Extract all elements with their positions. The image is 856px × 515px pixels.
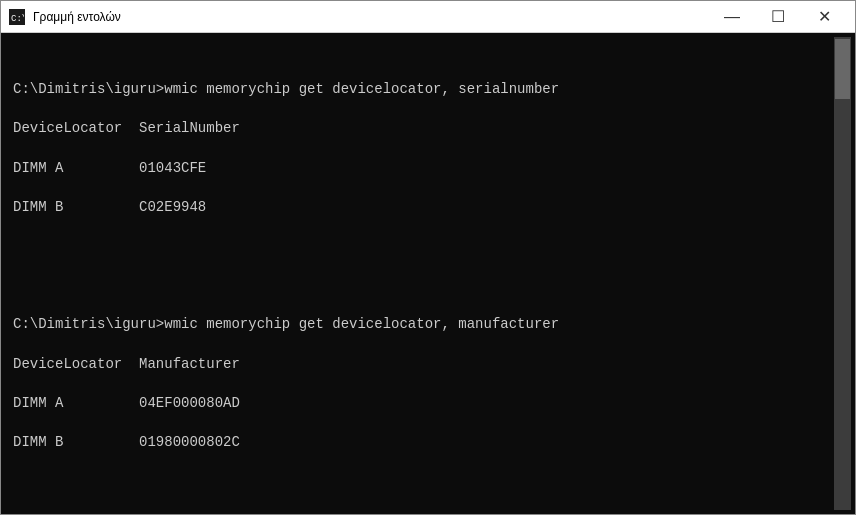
scrollbar[interactable] — [834, 37, 851, 510]
cmd-window: C:\ Γραμμή εντολών — ☐ ✕ C:\Dimitris\igu… — [0, 0, 856, 515]
title-bar-left: C:\ Γραμμή εντολών — [9, 9, 121, 25]
console-line — [13, 472, 826, 492]
console-output: C:\Dimitris\iguru>wmic memorychip get de… — [5, 37, 834, 510]
title-bar: C:\ Γραμμή εντολών — ☐ ✕ — [1, 1, 855, 33]
cmd-icon: C:\ — [9, 9, 25, 25]
console-line: DIMM B 01980000802C — [13, 433, 826, 453]
console-line: DIMM A 04EF000080AD — [13, 394, 826, 414]
maximize-button[interactable]: ☐ — [755, 1, 801, 33]
console-area[interactable]: C:\Dimitris\iguru>wmic memorychip get de… — [1, 33, 855, 514]
console-line: C:\Dimitris\iguru>wmic memorychip get de… — [13, 80, 826, 100]
window-title: Γραμμή εντολών — [33, 10, 121, 24]
console-line: C:\Dimitris\iguru>wmic memorychip get de… — [13, 315, 826, 335]
scrollbar-thumb[interactable] — [835, 39, 850, 99]
title-bar-buttons: — ☐ ✕ — [709, 1, 847, 33]
svg-text:C:\: C:\ — [11, 14, 24, 24]
close-button[interactable]: ✕ — [801, 1, 847, 33]
console-line — [13, 276, 826, 296]
minimize-button[interactable]: — — [709, 1, 755, 33]
console-line: DIMM B C02E9948 — [13, 198, 826, 218]
console-line: DeviceLocator Manufacturer — [13, 355, 826, 375]
console-line: DIMM A 01043CFE — [13, 159, 826, 179]
console-line — [13, 41, 826, 61]
console-line: DeviceLocator SerialNumber — [13, 119, 826, 139]
console-line — [13, 237, 826, 257]
